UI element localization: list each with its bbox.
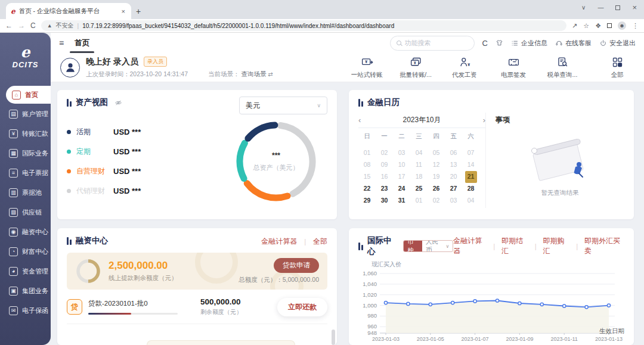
calendar-day[interactable]: 26 <box>428 183 445 195</box>
calendar-day[interactable]: 13 <box>445 159 462 171</box>
repay-now-button[interactable]: 立即还款 <box>277 298 327 316</box>
calendar-day[interactable]: 03 <box>393 147 410 159</box>
sidebar-item-international[interactable]: ▦国际业务 <box>0 144 51 163</box>
window-restore-icon[interactable] <box>615 5 620 10</box>
sidebar-item-wealth[interactable]: ◔财富中心 <box>0 242 51 262</box>
quick-action-batch-transfer[interactable]: ¥批量转账/... <box>398 56 433 79</box>
sidebar-item-financing[interactable]: ◉融资中心 <box>0 222 51 242</box>
share-icon[interactable]: ↗ <box>572 22 577 30</box>
sidebar-item-e-bill[interactable]: ≡电子票据 <box>0 163 51 183</box>
sidebar-item-bill-pool[interactable]: ▥票据池 <box>0 183 51 203</box>
sidebar-item-group[interactable]: ▣集团业务 <box>0 281 51 301</box>
address-bar[interactable]: ▲ 不安全 | 10.7.19.22:8999/fpaas_bucket/941… <box>41 20 566 31</box>
calendar-day[interactable]: 29 <box>358 195 376 207</box>
financing-all-link[interactable]: 全部 <box>313 237 327 247</box>
intl-link[interactable]: 金融计算器 <box>453 236 487 256</box>
quick-action-transfer-card[interactable]: ¥一站式转账 <box>349 56 384 79</box>
reload-icon[interactable]: C <box>30 21 36 30</box>
calendar-day[interactable]: 05 <box>428 147 445 159</box>
e-ticket-icon <box>507 56 520 69</box>
calendar-day-today[interactable]: 21 <box>462 171 479 183</box>
page-tab-home[interactable]: 首页 <box>73 33 91 53</box>
function-search[interactable] <box>390 36 475 51</box>
calendar-day[interactable]: 22 <box>358 183 376 195</box>
browser-menu-icon[interactable]: ⋮ <box>632 22 639 30</box>
calendar-day[interactable]: 25 <box>410 183 428 195</box>
collapse-menu-icon[interactable]: ≡ <box>59 38 64 48</box>
calendar-day[interactable]: 04 <box>410 147 428 159</box>
calendar-day[interactable]: 24 <box>393 183 410 195</box>
sidebar-item-funds[interactable]: ◕资金管理 <box>0 262 51 281</box>
calendar-day[interactable]: 02 <box>428 195 445 207</box>
quick-action-payroll[interactable]: ¥代发工资 <box>447 56 482 79</box>
calendar-day[interactable]: 11 <box>410 159 428 171</box>
panel-scrollbar[interactable] <box>332 330 335 345</box>
calendar-day[interactable]: 17 <box>393 171 410 183</box>
back-icon[interactable]: ← <box>5 21 13 30</box>
tab-group-icon[interactable] <box>607 23 612 28</box>
calendar-day[interactable]: 15 <box>358 171 376 183</box>
calendar-day[interactable]: 20 <box>445 171 462 183</box>
intl-link[interactable]: 即期结汇 <box>501 236 528 256</box>
bookmark-star-icon[interactable]: ☆ <box>583 22 589 30</box>
calendar-day[interactable]: 09 <box>376 159 393 171</box>
sidebar-item-transfer[interactable]: ¥转账汇款 <box>0 124 51 144</box>
calendar-day[interactable]: 06 <box>445 147 462 159</box>
quick-action-tax-search[interactable]: 税单查询... <box>545 56 580 79</box>
security-warning-icon[interactable]: ▲ <box>47 23 52 29</box>
new-tab-button[interactable]: + <box>136 7 141 16</box>
calendar-day[interactable]: 01 <box>358 147 376 159</box>
calendar-day[interactable]: 10 <box>393 159 410 171</box>
sidebar-item-guarantee[interactable]: ✉电子保函 <box>0 301 51 321</box>
calendar-day[interactable]: 04 <box>462 195 479 207</box>
currency-type-select[interactable]: 人民币 ∨ <box>422 240 453 252</box>
calendar-next-icon[interactable]: › <box>473 116 485 125</box>
intl-link[interactable]: 即期购汇 <box>543 236 569 256</box>
sidebar-item-supply-chain[interactable]: ▧供应链 <box>0 203 51 222</box>
window-close-icon[interactable]: × <box>632 3 637 12</box>
forward-icon[interactable]: → <box>18 21 25 30</box>
quick-action-e-ticket[interactable]: 电票签发 <box>496 56 531 79</box>
tab-close-icon[interactable]: × <box>120 8 126 15</box>
calendar-day[interactable]: 31 <box>393 195 410 207</box>
sidebar-item-home[interactable]: ⌂首页 <box>6 86 51 104</box>
sidebar-item-account[interactable]: ▤账户管理 <box>0 104 51 124</box>
scene-switch-icon[interactable]: ⇄ <box>268 71 273 77</box>
company-info-link[interactable]: 企业信息 <box>511 39 547 48</box>
calendar-day[interactable]: 02 <box>376 147 393 159</box>
calendar-day[interactable]: 27 <box>445 183 462 195</box>
title-bars-icon <box>358 243 363 250</box>
calendar-day[interactable]: 12 <box>428 159 445 171</box>
browser-profile-avatar[interactable]: ☻ <box>618 21 626 30</box>
calendar-day[interactable]: 14 <box>462 159 479 171</box>
quick-action-grid[interactable]: 全部 <box>600 56 634 79</box>
search-icon <box>397 41 401 45</box>
loan-apply-button[interactable]: 贷款申请 <box>274 258 319 273</box>
calendar-day[interactable]: 18 <box>410 171 428 183</box>
chart-series-label: 现汇买入价 <box>371 260 624 269</box>
online-service-link[interactable]: 在线客服 <box>555 39 592 48</box>
extensions-icon[interactable]: ❖ <box>595 22 601 30</box>
window-menu-icon[interactable]: ∨ <box>581 4 586 11</box>
safe-logout-link[interactable]: 安全退出 <box>599 39 636 48</box>
calendar-day[interactable]: 08 <box>358 159 376 171</box>
calendar-prev-icon[interactable]: ‹ <box>358 116 370 125</box>
theme-skin-icon[interactable] <box>496 39 503 47</box>
intl-link[interactable]: 即期外汇买卖 <box>584 236 624 256</box>
svg-text:¥: ¥ <box>467 62 470 66</box>
calendar-day[interactable]: 30 <box>376 195 393 207</box>
finance-calculator-link[interactable]: 金融计算器 <box>261 237 297 247</box>
browser-tab[interactable]: e 首页 - 企业综合金融服务平台 × <box>6 3 131 19</box>
calendar-day[interactable]: 28 <box>462 183 479 195</box>
calendar-day[interactable]: 19 <box>428 171 445 183</box>
currency-select[interactable]: 美元 ∨ <box>239 97 327 114</box>
calendar-day[interactable]: 03 <box>445 195 462 207</box>
calendar-day[interactable]: 16 <box>376 171 393 183</box>
calendar-day[interactable]: 01 <box>410 195 428 207</box>
eye-hidden-icon[interactable] <box>114 99 122 107</box>
calendar-day[interactable]: 07 <box>462 147 479 159</box>
refresh-icon[interactable]: C <box>482 39 488 48</box>
window-minimize-icon[interactable]: — <box>597 4 603 11</box>
search-input[interactable] <box>405 39 468 46</box>
calendar-day[interactable]: 23 <box>376 183 393 195</box>
